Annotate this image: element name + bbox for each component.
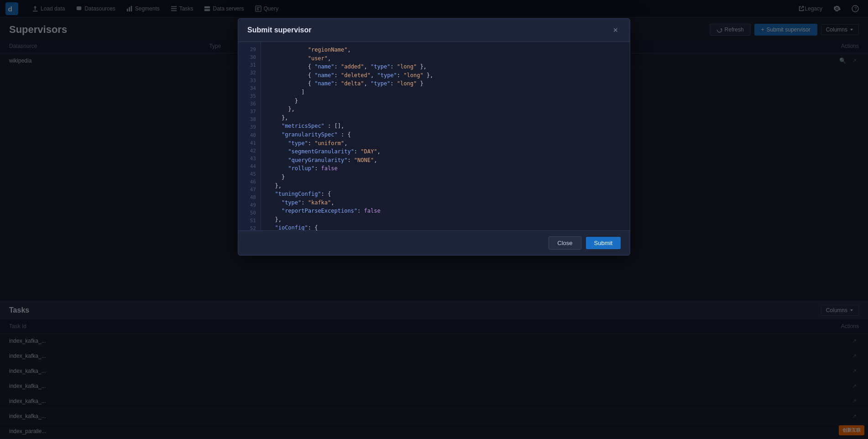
submit-supervisor-modal: Submit supervisor × 2930313233 343536373… [238,18,630,256]
modal-footer: Close Submit [238,230,630,255]
code-content: "regionName", "user", { "name": "added",… [261,42,630,230]
line-numbers: 2930313233 3435363738 3940414243 4445464… [238,42,261,230]
code-editor: 2930313233 3435363738 3940414243 4445464… [238,42,630,230]
modal-overlay: Submit supervisor × 2930313233 343536373… [0,0,868,439]
modal-close-button[interactable]: × [610,25,621,35]
submit-button[interactable]: Submit [586,237,621,249]
close-button[interactable]: Close [549,236,581,250]
modal-title: Submit supervisor [247,26,311,34]
modal-header: Submit supervisor × [238,19,630,42]
modal-body[interactable]: 2930313233 3435363738 3940414243 4445464… [238,42,630,230]
